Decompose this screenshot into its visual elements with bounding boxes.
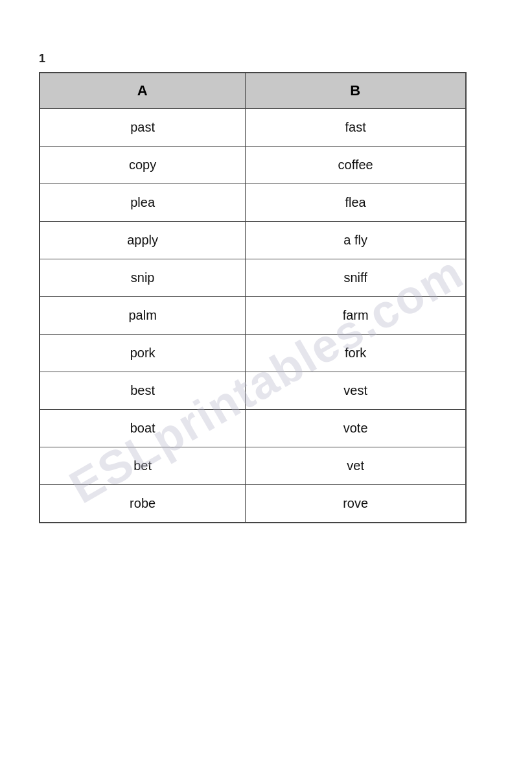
table-row: bestvest <box>40 372 466 410</box>
cell-b-9: vet <box>246 447 466 485</box>
table-row: snipsniff <box>40 259 466 297</box>
cell-a-6: pork <box>40 335 246 372</box>
cell-b-5: farm <box>246 297 466 335</box>
table-row: betvet <box>40 447 466 485</box>
cell-b-3: a fly <box>246 222 466 259</box>
cell-b-7: vest <box>246 372 466 410</box>
cell-b-4: sniff <box>246 259 466 297</box>
word-table: A B pastfastcopycoffeepleafleaapplya fly… <box>39 72 467 523</box>
cell-a-5: palm <box>40 297 246 335</box>
cell-b-0: fast <box>246 109 466 147</box>
cell-a-2: plea <box>40 184 246 222</box>
table-header-row: A B <box>40 73 466 109</box>
column-a-header: A <box>40 73 246 109</box>
cell-b-6: fork <box>246 335 466 372</box>
table-row: pastfast <box>40 109 466 147</box>
cell-a-4: snip <box>40 259 246 297</box>
table-row: applya fly <box>40 222 466 259</box>
table-row: pleaflea <box>40 184 466 222</box>
table-row: boatvote <box>40 410 466 447</box>
cell-b-10: rove <box>246 485 466 523</box>
cell-a-1: copy <box>40 147 246 184</box>
cell-a-3: apply <box>40 222 246 259</box>
cell-b-8: vote <box>246 410 466 447</box>
cell-a-10: robe <box>40 485 246 523</box>
cell-a-8: boat <box>40 410 246 447</box>
cell-b-2: flea <box>246 184 466 222</box>
table-row: palmfarm <box>40 297 466 335</box>
page-number: 1 <box>39 52 493 65</box>
page-container: 1 A B pastfastcopycoffeepleafleaapplya f… <box>0 0 532 758</box>
table-row: roberove <box>40 485 466 523</box>
column-b-header: B <box>246 73 466 109</box>
table-row: porkfork <box>40 335 466 372</box>
cell-a-9: bet <box>40 447 246 485</box>
cell-a-7: best <box>40 372 246 410</box>
table-row: copycoffee <box>40 147 466 184</box>
cell-b-1: coffee <box>246 147 466 184</box>
cell-a-0: past <box>40 109 246 147</box>
